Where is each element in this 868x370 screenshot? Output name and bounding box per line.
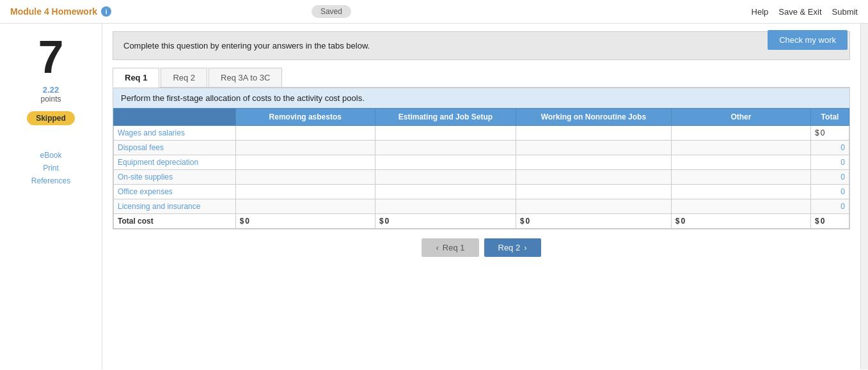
cell-equipment-nonroutine[interactable] (516, 155, 671, 170)
scrollbar-track[interactable] (860, 24, 868, 369)
next-button[interactable]: Req 2 › (484, 238, 541, 257)
cell-wages-estimating[interactable] (375, 126, 516, 141)
table-header-row: Removing asbestos Estimating and Job Set… (114, 109, 849, 126)
check-my-work-button[interactable]: Check my work (768, 30, 848, 50)
cell-licensing-total: 0 (811, 199, 849, 214)
main-layout: 7 2.22 points Skipped eBook Print Refere… (0, 24, 868, 369)
table-row: Office expenses 0 (114, 185, 849, 199)
total-estimating: $0 (375, 214, 516, 229)
content-area: Check my work Complete this question by … (102, 24, 860, 369)
tab-req2[interactable]: Req 2 (161, 68, 207, 87)
total-other: $0 (671, 214, 810, 229)
tab-req1[interactable]: Req 1 (113, 68, 159, 88)
cell-disposal-estimating[interactable] (375, 141, 516, 155)
cell-disposal-total: 0 (811, 141, 849, 155)
cell-office-removing[interactable] (235, 185, 375, 199)
nav-buttons: ‹ Req 1 Req 2 › (113, 238, 850, 257)
top-bar-actions: Help Save & Exit Submit (752, 7, 858, 17)
cell-equipment-other[interactable] (671, 155, 810, 170)
table-instruction: Perform the first-stage allocation of co… (113, 88, 849, 108)
tab-req3a-3c[interactable]: Req 3A to 3C (209, 68, 282, 87)
table-row: Disposal fees 0 (114, 141, 849, 155)
prev-arrow-icon: ‹ (436, 243, 438, 252)
col-header-nonroutine: Working on Nonroutine Jobs (516, 109, 671, 126)
cell-equipment-removing[interactable] (235, 155, 375, 170)
points-value: 2.22 (43, 85, 59, 95)
cell-supplies-total: 0 (811, 170, 849, 185)
col-header-total: Total (811, 109, 849, 126)
cell-office-estimating[interactable] (375, 185, 516, 199)
col-header-label (114, 109, 236, 126)
row-label-wages: Wages and salaries (114, 126, 236, 141)
top-bar: Module 4 Homework i Saved Help Save & Ex… (0, 0, 868, 24)
saved-badge: Saved (312, 5, 351, 18)
question-number: 7 (38, 34, 63, 80)
points-label: points (40, 95, 61, 104)
table-container: Perform the first-stage allocation of co… (113, 88, 850, 229)
sidebar: 7 2.22 points Skipped eBook Print Refere… (0, 24, 102, 369)
skipped-badge: Skipped (27, 111, 75, 125)
total-total: $0 (811, 214, 849, 229)
sidebar-links: eBook Print References (5, 151, 97, 185)
total-row-label: Total cost (114, 214, 236, 229)
cell-disposal-removing[interactable] (235, 141, 375, 155)
cell-wages-other[interactable] (671, 126, 810, 141)
ebook-link[interactable]: eBook (40, 151, 61, 160)
row-label-office: Office expenses (114, 185, 236, 199)
info-icon[interactable]: i (101, 6, 111, 17)
cell-supplies-removing[interactable] (235, 170, 375, 185)
table-row: On-site supplies 0 (114, 170, 849, 185)
cell-wages-removing[interactable] (235, 126, 375, 141)
cost-allocation-table: Removing asbestos Estimating and Job Set… (113, 108, 849, 229)
prev-button[interactable]: ‹ Req 1 (422, 238, 478, 257)
row-label-equipment: Equipment depreciation (114, 155, 236, 170)
cell-supplies-nonroutine[interactable] (516, 170, 671, 185)
cell-office-total: 0 (811, 185, 849, 199)
cell-equipment-estimating[interactable] (375, 155, 516, 170)
table-row: Wages and salaries $0 (114, 126, 849, 141)
cell-disposal-nonroutine[interactable] (516, 141, 671, 155)
instruction-box: Complete this question by entering your … (113, 31, 850, 60)
print-link[interactable]: Print (43, 164, 59, 173)
table-row: Equipment depreciation 0 (114, 155, 849, 170)
module-title: Module 4 Homework (10, 6, 97, 17)
cell-wages-total: $0 (811, 126, 849, 141)
tabs: Req 1 Req 2 Req 3A to 3C (113, 68, 850, 88)
row-label-disposal: Disposal fees (114, 141, 236, 155)
col-header-other: Other (671, 109, 810, 126)
total-row: Total cost $0 $0 $0 $0 (114, 214, 849, 229)
cell-supplies-other[interactable] (671, 170, 810, 185)
cell-licensing-other[interactable] (671, 199, 810, 214)
cell-licensing-estimating[interactable] (375, 199, 516, 214)
row-label-licensing: Licensing and insurance (114, 199, 236, 214)
col-header-removing: Removing asbestos (235, 109, 375, 126)
cell-disposal-other[interactable] (671, 141, 810, 155)
cell-licensing-nonroutine[interactable] (516, 199, 671, 214)
col-header-estimating: Estimating and Job Setup (375, 109, 516, 126)
save-exit-link[interactable]: Save & Exit (778, 7, 821, 17)
submit-link[interactable]: Submit (832, 7, 858, 17)
cell-office-other[interactable] (671, 185, 810, 199)
cell-supplies-estimating[interactable] (375, 170, 516, 185)
cell-wages-nonroutine[interactable] (516, 126, 671, 141)
instruction-text: Complete this question by entering your … (123, 41, 370, 50)
total-nonroutine: $0 (516, 214, 671, 229)
row-label-supplies: On-site supplies (114, 170, 236, 185)
help-link[interactable]: Help (752, 7, 769, 17)
cell-equipment-total: 0 (811, 155, 849, 170)
references-link[interactable]: References (31, 176, 70, 185)
table-row: Licensing and insurance 0 (114, 199, 849, 214)
cell-licensing-removing[interactable] (235, 199, 375, 214)
next-arrow-icon: › (524, 243, 526, 252)
total-removing: $0 (235, 214, 375, 229)
cell-office-nonroutine[interactable] (516, 185, 671, 199)
